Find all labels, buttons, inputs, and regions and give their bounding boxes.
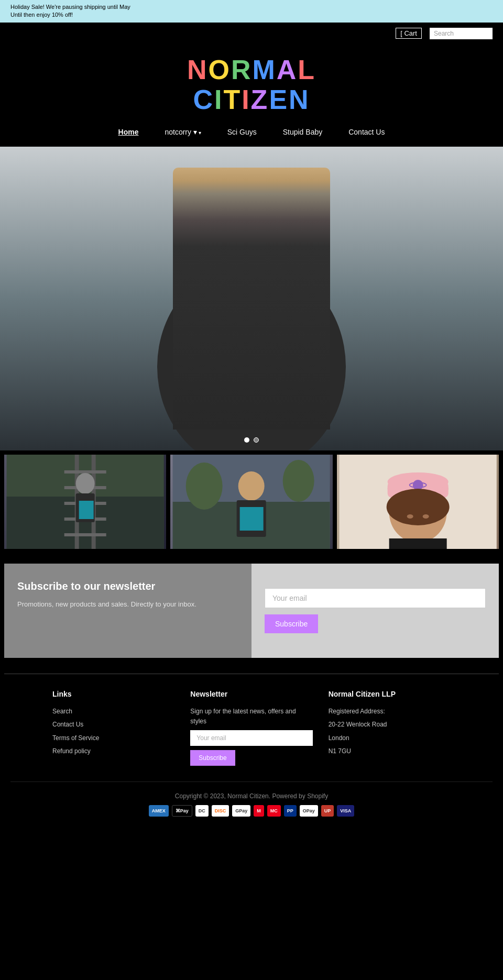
payment-discover: DISC xyxy=(212,805,229,817)
nav-contact-us[interactable]: Contact Us xyxy=(348,128,385,136)
payment-apple-pay: ⌘Pay xyxy=(172,805,192,817)
footer-company-heading: Normal Citizen LLP xyxy=(329,690,451,698)
footer-link-refund[interactable]: Refund policy xyxy=(52,746,174,756)
svg-point-2 xyxy=(157,262,346,450)
logo-letter-e: Z xyxy=(251,84,269,115)
footer-link-search[interactable]: Search xyxy=(52,707,174,717)
newsletter-left: Subscribe to our newsletter Promotions, … xyxy=(4,564,252,658)
svg-rect-1 xyxy=(0,147,503,450)
slider-dot-2[interactable] xyxy=(254,437,259,443)
logo-letter-a: A xyxy=(277,55,298,85)
footer-bottom: Copyright © 2023, Normal Citizen. Powere… xyxy=(10,781,493,822)
footer-newsletter-input[interactable] xyxy=(190,730,312,746)
hero-image xyxy=(0,147,503,450)
footer-street: 20-22 Wenlock Road xyxy=(329,720,451,730)
product-card-1[interactable] xyxy=(4,455,166,549)
footer-newsletter-text: Sign up for the latest news, offers and … xyxy=(190,707,312,726)
svg-point-25 xyxy=(283,460,314,502)
product-image-1 xyxy=(4,455,166,549)
search-input[interactable] xyxy=(430,28,493,39)
announcement-text: Holiday Sale! We're pausing shipping unt… xyxy=(10,3,493,19)
logo-letter-i: I xyxy=(214,84,223,115)
logo-letter-iz: I xyxy=(242,84,250,115)
footer-company-col: Normal Citizen LLP Registered Address: 2… xyxy=(329,690,451,765)
footer-newsletter-col: Newsletter Sign up for the latest news, … xyxy=(190,690,312,765)
footer-city: London xyxy=(329,733,451,743)
payment-unionpay: UP xyxy=(321,805,334,817)
logo-letter-o1: O xyxy=(208,55,231,85)
footer: Links Search Contact Us Terms of Service… xyxy=(0,674,503,832)
cart-link[interactable]: [ Cart xyxy=(396,28,422,39)
footer-links-col: Links Search Contact Us Terms of Service… xyxy=(52,690,174,765)
header-right: [ Cart xyxy=(388,28,493,39)
svg-point-26 xyxy=(238,471,265,501)
footer-address-label: Registered Address: xyxy=(329,707,451,717)
newsletter-section: Subscribe to our newsletter Promotions, … xyxy=(4,564,499,658)
payment-opay: OPay xyxy=(300,805,318,817)
product-image-3 xyxy=(337,455,499,549)
newsletter-subscribe-button[interactable]: Subscribe xyxy=(265,614,318,633)
logo-container: NORMAL CITIZEN xyxy=(0,45,503,120)
footer-postcode: N1 7GU xyxy=(329,746,451,756)
footer-link-contact[interactable]: Contact Us xyxy=(52,720,174,730)
logo-row2: CITIZEN xyxy=(0,85,503,115)
svg-point-8 xyxy=(231,331,272,339)
footer-links-heading: Links xyxy=(52,690,174,698)
svg-point-39 xyxy=(422,514,429,519)
footer-subscribe-button[interactable]: Subscribe xyxy=(190,750,235,766)
newsletter-right: Subscribe xyxy=(252,564,499,658)
main-nav: Home notcorry ▾ Sci Guys Stupid Baby Con… xyxy=(0,120,503,147)
product-image-2 xyxy=(170,455,332,549)
payment-diners: DC xyxy=(195,805,209,817)
nav-sci-guys[interactable]: Sci Guys xyxy=(227,128,257,136)
logo-letter-t: T xyxy=(223,84,242,115)
footer-columns: Links Search Contact Us Terms of Service… xyxy=(10,690,493,765)
svg-rect-21 xyxy=(79,501,94,519)
svg-rect-7 xyxy=(238,312,265,333)
logo[interactable]: NORMAL CITIZEN xyxy=(0,55,503,115)
svg-point-19 xyxy=(76,473,95,494)
payment-visa: VISA xyxy=(337,805,354,817)
product-card-3[interactable] xyxy=(337,455,499,549)
header: [ Cart xyxy=(0,23,503,45)
payment-mastercard: MC xyxy=(267,805,281,817)
newsletter-email-input[interactable] xyxy=(265,588,486,608)
slider-dot-1[interactable] xyxy=(244,437,249,443)
svg-point-5 xyxy=(210,225,293,320)
announcement-line1: Holiday Sale! We're pausing shipping unt… xyxy=(10,3,493,11)
newsletter-heading: Subscribe to our newsletter xyxy=(17,579,238,593)
product-card-2[interactable] xyxy=(170,455,332,549)
product-grid xyxy=(0,450,503,553)
svg-rect-18 xyxy=(64,533,106,536)
svg-point-9 xyxy=(248,337,255,344)
svg-rect-3 xyxy=(189,335,278,409)
hero-svg xyxy=(0,147,503,450)
slider-dots xyxy=(244,437,259,443)
footer-newsletter-heading: Newsletter xyxy=(190,690,312,698)
svg-rect-28 xyxy=(240,507,264,531)
footer-link-terms[interactable]: Terms of Service xyxy=(52,733,174,743)
newsletter-description: Promotions, new products and sales. Dire… xyxy=(17,599,238,610)
logo-letter-l: L xyxy=(298,55,316,85)
svg-point-38 xyxy=(407,514,413,519)
svg-point-24 xyxy=(186,463,223,510)
logo-letter-n: N xyxy=(187,55,209,85)
logo-row1: NORMAL xyxy=(0,55,503,85)
announcement-bar: Holiday Sale! We're pausing shipping unt… xyxy=(0,0,503,23)
payment-gpay: GPay xyxy=(232,805,250,817)
nav-home[interactable]: Home xyxy=(118,128,139,136)
svg-rect-4 xyxy=(196,372,270,398)
nav-notcorry[interactable]: notcorry ▾ xyxy=(165,128,201,136)
copyright: Copyright © 2023, Normal Citizen. Powere… xyxy=(10,792,493,800)
payment-paypal: PP xyxy=(284,805,297,817)
hero-slider xyxy=(0,147,503,450)
svg-rect-40 xyxy=(389,538,446,549)
payment-maestro: M xyxy=(254,805,264,817)
announcement-line2: Until then enjoy 10% off! xyxy=(10,11,493,19)
logo-letter-c: C xyxy=(193,84,214,115)
payment-icons: AMEX ⌘Pay DC DISC GPay M MC PP OPay UP V… xyxy=(10,805,493,817)
nav-stupid-baby[interactable]: Stupid Baby xyxy=(283,128,323,136)
logo-letter-m: M xyxy=(252,55,276,85)
svg-point-37 xyxy=(386,489,449,525)
svg-point-6 xyxy=(204,215,293,272)
